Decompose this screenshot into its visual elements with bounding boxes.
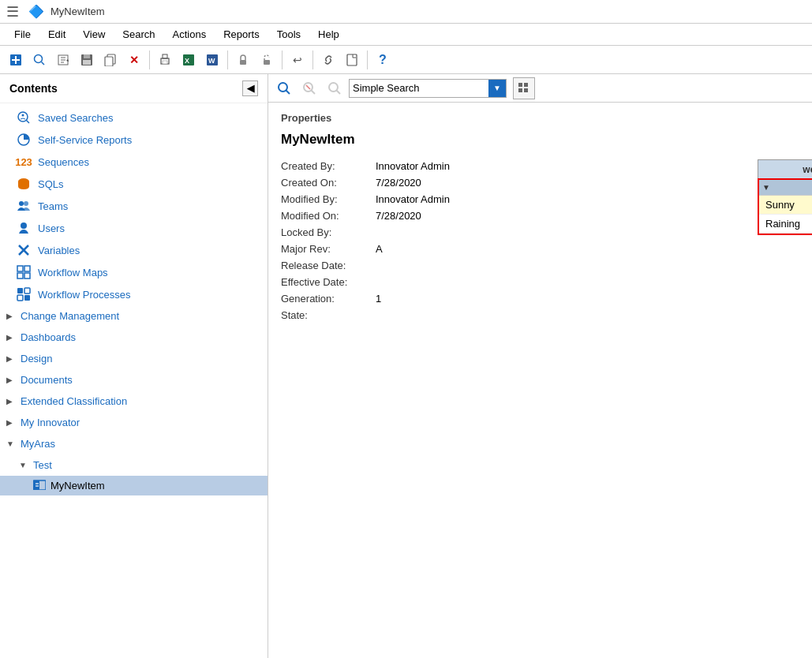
menu-search[interactable]: Search: [114, 26, 163, 43]
sidebar-group-design[interactable]: ▶ Design: [0, 348, 268, 369]
svg-rect-23: [264, 60, 270, 65]
sidebar-item-sequences[interactable]: 123 Sequences: [0, 151, 268, 173]
help-button[interactable]: ?: [372, 49, 394, 71]
weather-column-header: weather: [758, 159, 812, 178]
svg-point-47: [279, 83, 287, 92]
prop-label-created-by: Created By:: [281, 160, 376, 172]
sidebar-group-dashboards[interactable]: ▶ Dashboards: [0, 327, 268, 348]
unlock-button[interactable]: [256, 49, 278, 71]
menu-help[interactable]: Help: [310, 26, 347, 43]
sidebar-item-teams[interactable]: Teams: [0, 195, 268, 217]
expand-arrow-test: ▼: [19, 461, 28, 469]
svg-rect-22: [240, 60, 246, 65]
teams-icon: [16, 198, 32, 214]
content-area: ▼ Properties MyNewItem Created By: Innov…: [268, 74, 812, 658]
lock-button[interactable]: [232, 49, 254, 71]
word-button[interactable]: W: [201, 49, 223, 71]
prop-label-release-date: Release Date:: [281, 260, 376, 271]
prop-row-generation: Generation: 1: [281, 293, 799, 305]
prop-row-major-rev: Major Rev: A: [281, 243, 799, 255]
sidebar-group-myaras[interactable]: ▼ MyAras: [0, 433, 268, 454]
prop-row-state: State:: [281, 309, 799, 321]
menu-edit[interactable]: Edit: [40, 26, 73, 43]
menu-view[interactable]: View: [75, 26, 113, 43]
edit-button[interactable]: [52, 49, 74, 71]
link-button[interactable]: [317, 49, 339, 71]
svg-text:X: X: [185, 57, 189, 65]
sidebar-item-saved-searches[interactable]: Saved Searches: [0, 107, 268, 129]
menu-reports[interactable]: Reports: [215, 26, 268, 43]
sidebar-item-variables[interactable]: Variables: [0, 239, 268, 261]
prop-value-created-by: Innovator Admin: [376, 160, 450, 172]
menu-tools[interactable]: Tools: [269, 26, 309, 43]
dropdown-collapse-arrow[interactable]: ▼: [762, 183, 770, 192]
menu-actions[interactable]: Actions: [165, 26, 215, 43]
save-button[interactable]: [76, 49, 98, 71]
sidebar-group-extended-classification[interactable]: ▶ Extended Classification: [0, 391, 268, 412]
tree-item-mynewitem[interactable]: MyNewItem: [0, 476, 268, 495]
weather-column-label: weather: [761, 164, 812, 175]
copy-button[interactable]: [99, 49, 122, 71]
clear-search-button[interactable]: [298, 77, 320, 99]
prop-value-modified-by: Innovator Admin: [376, 193, 450, 205]
svg-rect-39: [17, 288, 23, 293]
sidebar-item-workflow-maps[interactable]: Workflow Maps: [0, 261, 268, 283]
sidebar-item-workflow-processes[interactable]: Workflow Processes: [0, 283, 268, 305]
sidebar-group-my-innovator[interactable]: ▶ My Innovator: [0, 412, 268, 433]
sidebar-collapse-button[interactable]: ◀: [242, 80, 258, 96]
variables-icon: [16, 242, 32, 258]
expand-arrow-documents: ▶: [6, 376, 16, 384]
document-button[interactable]: [341, 49, 363, 71]
dropdown-arrow-row[interactable]: ▼: [759, 180, 812, 196]
advanced-search-button[interactable]: [324, 77, 346, 99]
users-icon: [16, 220, 32, 236]
dashboards-label: Dashboards: [21, 331, 76, 343]
change-management-label: Change Management: [21, 310, 119, 322]
svg-rect-12: [83, 60, 91, 65]
sidebar-group-documents[interactable]: ▶ Documents: [0, 369, 268, 391]
add-button[interactable]: [5, 49, 27, 71]
svg-point-3: [35, 54, 43, 62]
grid-view-button[interactable]: [513, 77, 535, 99]
sidebar-item-reports[interactable]: Self-Service Reports: [0, 129, 268, 151]
weather-option-raining[interactable]: Raining: [759, 215, 812, 234]
svg-rect-35: [17, 266, 23, 271]
prop-row-locked-by: Locked By:: [281, 226, 799, 238]
sidebar-group-change-management[interactable]: ▶ Change Management: [0, 305, 268, 327]
sidebar-group-test[interactable]: ▼ Test: [0, 454, 268, 476]
svg-rect-57: [524, 88, 528, 92]
svg-rect-11: [84, 54, 90, 58]
saved-searches-label: Saved Searches: [38, 112, 113, 124]
expand-arrow-design: ▶: [6, 354, 16, 363]
prop-label-effective-date: Effective Date:: [281, 276, 376, 288]
weather-dropdown-list: ▼ Sunny Raining: [758, 178, 812, 235]
main-layout: Contents ◀ Saved Searches Self-Service R…: [0, 74, 812, 658]
svg-rect-44: [33, 480, 39, 490]
sqls-label: SQLs: [38, 178, 64, 190]
prop-label-locked-by: Locked By:: [281, 226, 376, 238]
excel-button[interactable]: X: [178, 49, 200, 71]
prop-label-modified-by: Modified By:: [281, 193, 376, 205]
search-type-dropdown[interactable]: ▼: [488, 80, 506, 97]
svg-rect-40: [24, 288, 30, 293]
sidebar-item-sqls[interactable]: SQLs: [0, 173, 268, 195]
undo-button[interactable]: ↩: [286, 49, 309, 71]
search-bar: ▼: [268, 74, 812, 103]
sidebar-item-users[interactable]: Users: [0, 217, 268, 239]
mynewitem-label: MyNewItem: [51, 480, 105, 492]
reports-label: Self-Service Reports: [38, 134, 132, 146]
search-input[interactable]: [350, 80, 488, 97]
search-button[interactable]: [28, 49, 51, 71]
workflow-maps-label: Workflow Maps: [38, 267, 108, 279]
toolbar-sep-5: [367, 50, 368, 69]
svg-point-25: [18, 112, 28, 122]
active-search-button[interactable]: [273, 77, 295, 99]
delete-button[interactable]: ✕: [123, 49, 145, 71]
svg-rect-41: [17, 295, 23, 301]
svg-rect-14: [105, 57, 113, 66]
print-button[interactable]: [154, 49, 176, 71]
menu-file[interactable]: File: [6, 26, 39, 43]
hamburger-menu[interactable]: ☰: [6, 3, 19, 21]
weather-option-sunny[interactable]: Sunny: [759, 196, 812, 215]
svg-rect-24: [347, 54, 357, 65]
